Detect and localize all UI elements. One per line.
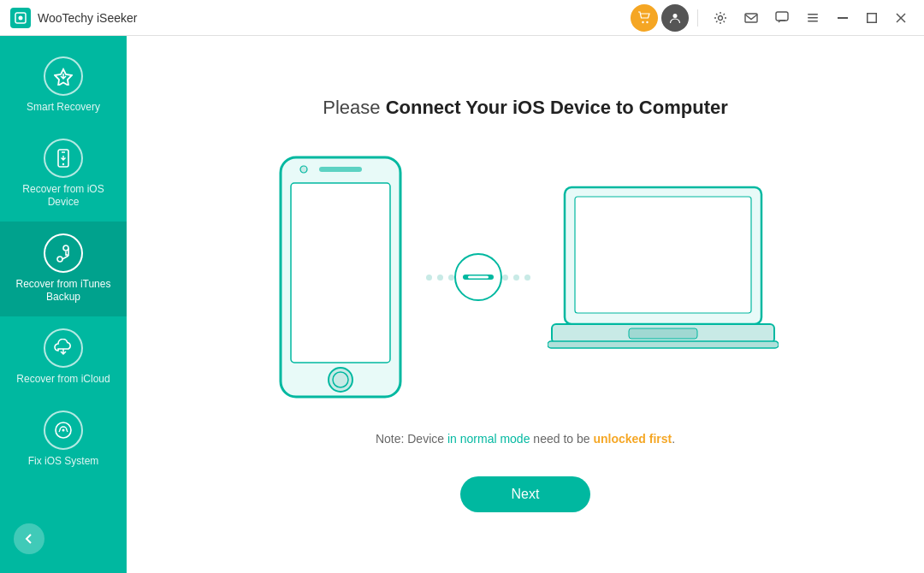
user-button[interactable] [661, 4, 689, 32]
menu-button[interactable] [799, 4, 826, 32]
svg-point-27 [300, 166, 307, 173]
smart-recovery-icon [44, 56, 83, 96]
svg-rect-10 [808, 21, 818, 22]
minimize-button[interactable] [830, 5, 856, 31]
note-suffix: . [672, 432, 675, 446]
svg-rect-12 [868, 13, 877, 22]
svg-rect-8 [808, 14, 818, 15]
recover-ios-icon [44, 139, 83, 178]
chat-button[interactable] [768, 4, 796, 32]
svg-point-1 [19, 15, 23, 20]
svg-rect-9 [808, 17, 818, 19]
app-logo [10, 8, 31, 28]
dots-left [426, 275, 454, 281]
sidebar-item-smart-recovery[interactable]: Smart Recovery [0, 44, 127, 127]
sidebar: Smart Recovery Recover from iOS Device [0, 36, 127, 573]
title-bar-left: WooTechy iSeeker [10, 8, 137, 28]
svg-rect-11 [838, 17, 848, 19]
app-title: WooTechy iSeeker [38, 11, 137, 25]
cable-area [426, 253, 530, 301]
maximize-button[interactable] [859, 5, 885, 31]
svg-point-2 [642, 21, 643, 22]
cart-button[interactable] [631, 4, 658, 32]
settings-button[interactable] [707, 4, 734, 32]
recover-icloud-icon [44, 328, 83, 368]
title-prefix: Please [323, 97, 385, 118]
next-button[interactable]: Next [460, 476, 591, 512]
recover-itunes-icon [44, 233, 83, 273]
recover-icloud-label: Recover from iCloud [16, 373, 110, 387]
svg-rect-31 [468, 276, 489, 279]
dots-right [502, 275, 530, 281]
dot [448, 275, 454, 281]
connector-icon [454, 253, 502, 301]
note-text: Note: Device in normal mode need to be u… [376, 432, 675, 446]
svg-rect-7 [776, 12, 788, 21]
sidebar-item-recover-itunes[interactable]: Recover from iTunes Backup [0, 222, 127, 316]
back-button[interactable] [14, 523, 44, 554]
content-area: Please Connect Your iOS Device to Comput… [127, 36, 924, 573]
dot [513, 275, 519, 281]
sidebar-item-recover-icloud[interactable]: Recover from iCloud [0, 316, 127, 399]
title-bar: WooTechy iSeeker [0, 0, 924, 36]
svg-rect-6 [745, 14, 757, 22]
svg-rect-33 [575, 197, 751, 313]
svg-point-5 [719, 15, 723, 20]
svg-point-28 [329, 368, 352, 392]
dot [426, 275, 432, 281]
dot [502, 275, 508, 281]
svg-rect-25 [291, 183, 390, 363]
note-highlight1: in normal mode [447, 432, 530, 446]
svg-point-17 [62, 162, 64, 164]
mail-button[interactable] [737, 4, 765, 32]
recover-ios-label: Recover from iOS Device [7, 183, 120, 210]
svg-line-21 [62, 256, 68, 259]
laptop-illustration [548, 183, 779, 371]
note-prefix: Note: Device [376, 432, 447, 446]
recover-itunes-label: Recover from iTunes Backup [7, 278, 120, 304]
svg-point-19 [57, 257, 62, 262]
svg-rect-26 [319, 167, 362, 172]
svg-rect-35 [629, 328, 697, 339]
main-layout: Smart Recovery Recover from iOS Device [0, 36, 924, 573]
note-middle: need to be [530, 432, 593, 446]
title-bar-right [631, 4, 914, 32]
sidebar-item-recover-ios[interactable]: Recover from iOS Device [0, 127, 127, 222]
phone-illustration [272, 153, 409, 401]
content-title: Please Connect Your iOS Device to Comput… [323, 97, 728, 119]
illustration [272, 153, 779, 401]
svg-point-18 [63, 245, 68, 251]
title-bold: Connect Your iOS Device to Computer [386, 97, 728, 118]
note-highlight2: unlocked first [593, 432, 672, 446]
close-button[interactable] [888, 5, 914, 31]
svg-rect-36 [548, 341, 779, 348]
divider [697, 9, 698, 27]
fix-ios-icon [44, 411, 83, 450]
sidebar-item-fix-ios[interactable]: Fix iOS System [0, 399, 127, 481]
fix-ios-label: Fix iOS System [28, 455, 99, 469]
smart-recovery-label: Smart Recovery [27, 101, 100, 115]
dot [524, 275, 530, 281]
svg-point-3 [646, 21, 648, 22]
svg-point-4 [673, 14, 678, 18]
svg-point-23 [62, 428, 65, 431]
dot [437, 275, 443, 281]
